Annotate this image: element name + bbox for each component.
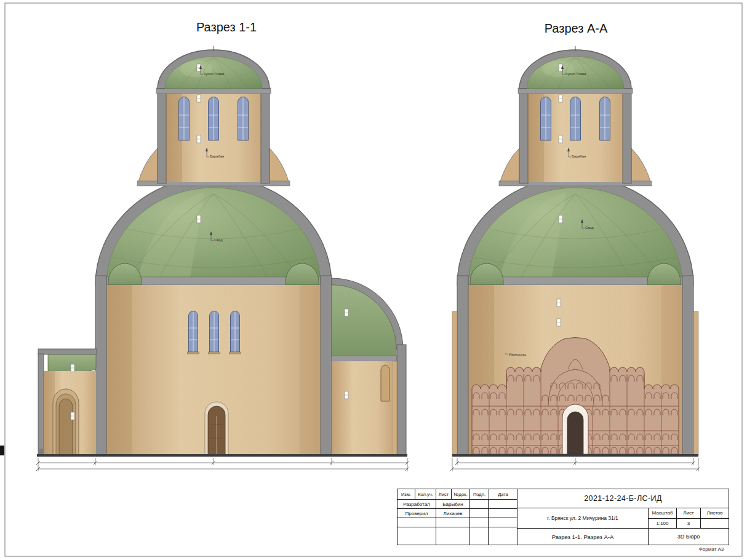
ground-line xyxy=(452,454,698,457)
dimension-lines-1 xyxy=(36,458,409,471)
tb-col-izm: Изм. xyxy=(397,489,415,499)
tb-row-blank xyxy=(397,518,517,527)
drawings-canvas: Купол Глава Барабан Свод xyxy=(0,0,747,560)
label-vault: Свод xyxy=(214,238,223,242)
annex-niche xyxy=(381,365,389,401)
tb-name: Барыбин xyxy=(436,500,470,508)
ground-line xyxy=(37,454,407,457)
tb-sheets-label: Листов xyxy=(701,508,729,518)
tb-scale-value: 1:100 xyxy=(649,519,677,529)
tb-row-developer: Разработал Барыбин xyxy=(397,500,517,509)
annex-right xyxy=(332,278,406,455)
drawing-sheet: Купол Глава Барабан Свод xyxy=(0,0,747,560)
tb-row-checker: Проверил Лихачев xyxy=(397,509,517,518)
dimension-lines-a xyxy=(450,458,700,471)
tb-company: 3D Бюро xyxy=(649,529,729,545)
tb-doc-number: 2021-12-24-Б-ЛС-ИД xyxy=(517,489,729,508)
entrance-door xyxy=(205,402,228,455)
section-1-1-drawing: Купол Глава Барабан Свод xyxy=(36,46,409,471)
tb-role: Разработал xyxy=(397,500,436,508)
tb-sheets-value xyxy=(701,519,729,529)
annex-left xyxy=(38,349,97,455)
label-vault: Свод xyxy=(585,226,594,230)
tb-sheet-label: Лист xyxy=(677,508,701,518)
tb-drawing-title: Разрез 1-1. Разрез А-А xyxy=(517,529,649,545)
format-label: Формат А3 xyxy=(692,546,731,552)
tb-col-koluch: Кол.уч. xyxy=(415,489,436,499)
tb-scale-label: Масштаб xyxy=(649,508,677,518)
section-a-a-title: Разрез А-А xyxy=(521,22,631,36)
label-iconostasis: Иконостас xyxy=(509,353,526,356)
royal-doors-opening xyxy=(567,412,583,454)
label-cupola: Купол Глава xyxy=(565,72,586,76)
label-cupola: Купол Глава xyxy=(204,72,225,76)
tb-scale-table: Масштаб Лист Листов 1:100 3 xyxy=(649,508,729,528)
tb-header-row: Изм. Кол.уч. Лист №док. Подл. Дата xyxy=(397,489,517,500)
title-block: Изм. Кол.уч. Лист №док. Подл. Дата Разра… xyxy=(397,489,729,545)
tb-address: г. Брянск ул. 2 Мичурина 31/1 xyxy=(517,508,649,528)
tb-col-podl: Подл. xyxy=(470,489,489,499)
tb-row-blank xyxy=(397,527,517,545)
title-block-revision-table: Изм. Кол.уч. Лист №док. Подл. Дата Разра… xyxy=(397,489,517,545)
tb-name: Лихачев xyxy=(436,509,470,518)
tb-col-list: Лист xyxy=(436,489,452,499)
sheet-edge-mark xyxy=(0,446,4,455)
label-drum: Барабан xyxy=(572,154,586,158)
tb-sheet-value: 3 xyxy=(677,519,701,529)
section-a-a-drawing: Купол Глава Барабан Свод Иконостас xyxy=(450,46,700,471)
tb-col-data: Дата xyxy=(489,489,517,499)
title-block-main: 2021-12-24-Б-ЛС-ИД г. Брянск ул. 2 Мичур… xyxy=(517,489,729,545)
section-1-1-title: Разрез 1-1 xyxy=(171,20,282,34)
annex-vault-interior xyxy=(332,285,396,357)
label-drum: Барабан xyxy=(210,154,224,158)
tb-role: Проверил xyxy=(397,509,436,518)
church-top-structure xyxy=(95,46,332,458)
tb-col-ndok: №док. xyxy=(452,489,470,499)
